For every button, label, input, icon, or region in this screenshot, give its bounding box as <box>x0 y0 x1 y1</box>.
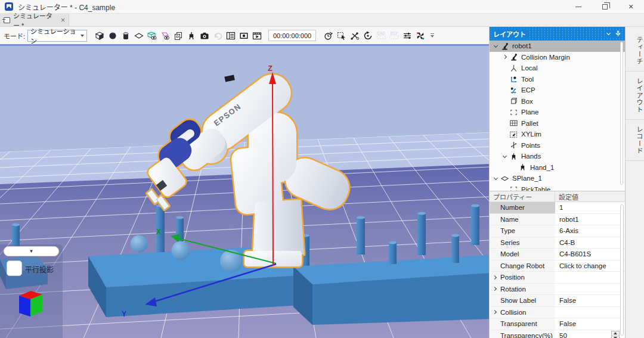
value-spinner[interactable] <box>611 331 620 338</box>
display-settings-icon <box>402 31 412 41</box>
chevron-right-icon[interactable] <box>503 55 507 59</box>
property-value[interactable]: False <box>559 297 576 304</box>
property-value[interactable]: 6-Axis <box>559 227 578 234</box>
camera-button[interactable] <box>198 29 211 43</box>
hand-part-button[interactable] <box>185 29 198 43</box>
plane-visibility-button[interactable] <box>159 29 172 43</box>
tree-item-pallet[interactable]: Pallet <box>490 118 625 129</box>
display-settings-button[interactable] <box>401 29 414 43</box>
properties-scrollbar[interactable] <box>620 204 624 336</box>
spinner-up-icon[interactable] <box>614 332 617 334</box>
tree-item-label: PickTable <box>521 186 550 191</box>
rotate-view-button[interactable] <box>361 29 374 43</box>
property-value[interactable]: C4-B <box>559 239 575 246</box>
tree-item-xylim[interactable]: XYLim <box>490 129 625 140</box>
cylinder-primitive-button[interactable] <box>119 29 132 43</box>
tree-item-label: SPlane_1 <box>512 175 542 182</box>
chevron-down-icon[interactable] <box>503 154 507 158</box>
property-row-change-robot[interactable]: Change RobotClick to change <box>490 261 625 272</box>
sphere-primitive-button[interactable] <box>106 29 119 43</box>
tree-item-robot1[interactable]: robot1 <box>490 41 625 52</box>
property-value[interactable]: 1 <box>559 204 563 211</box>
tree-item-box[interactable]: Box <box>490 96 625 107</box>
screenshot-button[interactable] <box>237 29 250 43</box>
pick-part-button[interactable] <box>335 29 348 43</box>
tree-item-hands[interactable]: Hands <box>490 151 625 162</box>
tab-simulator[interactable]: シミュレーター * × <box>0 14 69 26</box>
minimize-button[interactable] <box>565 0 592 13</box>
pin-icon[interactable] <box>615 30 621 37</box>
plane-primitive-button[interactable] <box>132 29 145 43</box>
property-row-type[interactable]: Type6-Axis <box>490 225 625 237</box>
tree-item-label: Plane <box>521 108 538 116</box>
properties-list-button[interactable] <box>224 29 237 43</box>
property-row-collision[interactable]: Collision <box>490 307 625 319</box>
restore-button[interactable] <box>592 0 618 13</box>
mode-select[interactable]: シミュレーション <box>27 30 87 42</box>
property-value[interactable]: robot1 <box>559 216 579 223</box>
viewport-3d[interactable]: EPSON Z X Y ▼ <box>0 46 489 338</box>
move-part-button[interactable] <box>414 29 427 43</box>
ecp-teach-button[interactable]: ECP <box>388 29 401 43</box>
property-row-show-label[interactable]: Show LabelFalse <box>490 295 625 307</box>
property-row-number[interactable]: Number1 <box>490 202 625 214</box>
box-visibility-button[interactable] <box>145 29 159 43</box>
close-button[interactable]: × <box>618 0 644 13</box>
pallet-icon <box>509 119 518 128</box>
property-name: Show Label <box>500 297 536 304</box>
tree-item-plane[interactable]: Plane <box>490 107 625 118</box>
undo-button[interactable] <box>211 29 224 43</box>
side-tab-ティーチ[interactable]: ティーチ <box>626 30 644 72</box>
cad-to-point-button[interactable]: CAD <box>374 29 388 43</box>
restore-icon <box>602 4 608 10</box>
tree-item-tool[interactable]: Tool <box>490 74 625 85</box>
tree-item-points[interactable]: Points <box>490 140 625 151</box>
chevron-down-icon[interactable] <box>494 176 498 180</box>
measure-time-button[interactable] <box>322 29 335 43</box>
property-row-transparency-[interactable]: Transparency(%)50 <box>490 330 625 338</box>
orientation-cube[interactable] <box>0 287 63 329</box>
property-row-position[interactable]: Position <box>490 272 625 284</box>
tree-scrollbar[interactable] <box>620 42 623 185</box>
property-value[interactable]: Click to change <box>559 262 606 269</box>
jog-tool-icon <box>350 31 360 41</box>
video-record-button[interactable] <box>250 29 264 43</box>
cube-primitive-button[interactable] <box>93 29 106 43</box>
camera-icon <box>200 31 209 41</box>
tree-item-picktable[interactable]: PickTable <box>490 184 625 191</box>
property-row-series[interactable]: SeriesC4-B <box>490 237 625 249</box>
tool-axis-icon <box>509 75 518 83</box>
tree-item-ecp[interactable]: ECP <box>490 85 625 96</box>
property-name: Change Robot <box>500 262 544 269</box>
tree-item-collision-margin[interactable]: Collision Margin <box>490 52 625 63</box>
parallel-projection-checkbox[interactable] <box>7 261 22 276</box>
collapse-view-options-button[interactable]: ▼ <box>4 246 59 256</box>
property-value[interactable]: 50 <box>559 332 567 338</box>
property-row-rotation[interactable]: Rotation <box>490 284 625 296</box>
side-tab-レイアウト[interactable]: レイアウト <box>626 72 644 120</box>
side-tab-レコード[interactable]: レコード <box>626 120 644 161</box>
tree-item-local[interactable]: Local <box>490 63 625 74</box>
splane-icon <box>500 174 509 183</box>
chevron-right-icon[interactable] <box>493 287 497 291</box>
tab-close-icon[interactable]: × <box>61 17 65 24</box>
hand-part-icon <box>187 31 196 41</box>
property-row-transparent[interactable]: TransparentFalse <box>490 318 625 330</box>
tree-item-hand-1[interactable]: Hand_1 <box>490 162 625 173</box>
chevron-right-icon[interactable] <box>493 275 497 280</box>
toolbar-overflow-button[interactable] <box>431 33 434 38</box>
duplicate-button[interactable] <box>172 29 185 43</box>
chevron-down-icon[interactable] <box>494 44 498 48</box>
hand-icon <box>518 163 527 172</box>
jog-tool-button[interactable] <box>348 29 361 43</box>
panel-chevron-down-icon[interactable] <box>606 31 611 35</box>
measure-time-icon <box>324 31 333 41</box>
chevron-right-icon[interactable] <box>493 310 497 314</box>
property-value[interactable]: C4-B601S <box>559 250 591 258</box>
property-row-model[interactable]: ModelC4-B601S <box>490 249 625 261</box>
tree-item-splane-1[interactable]: SPlane_1 <box>490 173 625 184</box>
property-row-name[interactable]: Namerobot1 <box>490 214 625 226</box>
property-value[interactable]: False <box>559 320 576 327</box>
document-tab-bar: シミュレーター * × <box>0 14 644 27</box>
close-icon: × <box>628 2 633 11</box>
